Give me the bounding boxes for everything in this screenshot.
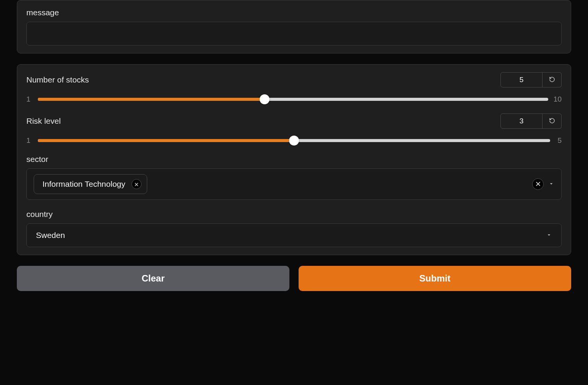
stocks-reset-button[interactable]: [543, 72, 562, 87]
country-value: Sweden: [36, 231, 65, 240]
risk-value-input[interactable]: [500, 113, 543, 129]
submit-button[interactable]: Submit: [299, 266, 571, 291]
country-select[interactable]: Sweden: [26, 223, 562, 247]
stocks-label: Number of stocks: [26, 75, 89, 84]
sector-label: sector: [26, 155, 562, 164]
reset-icon: [549, 76, 555, 84]
button-row: Clear Submit: [17, 266, 571, 291]
message-panel: message: [17, 0, 571, 53]
close-icon: [535, 180, 541, 189]
close-icon: [134, 180, 139, 189]
message-input[interactable]: [26, 22, 562, 45]
country-dropdown-toggle[interactable]: [546, 231, 552, 240]
risk-thumb[interactable]: [289, 136, 299, 146]
risk-slider[interactable]: [38, 139, 550, 142]
risk-track-fill: [38, 139, 294, 142]
stocks-min: 1: [26, 95, 32, 104]
risk-min: 1: [26, 136, 32, 145]
stocks-value-input[interactable]: [500, 72, 543, 87]
risk-max: 5: [556, 136, 562, 145]
stocks-max: 10: [554, 95, 562, 104]
risk-reset-button[interactable]: [543, 113, 562, 129]
sector-chip-label: Information Technology: [42, 180, 125, 189]
country-label: country: [26, 210, 562, 219]
sector-chips: Information Technology: [34, 174, 147, 194]
chevron-down-icon: [548, 180, 554, 189]
stocks-slider[interactable]: [38, 98, 548, 101]
reset-icon: [549, 117, 555, 126]
stocks-thumb[interactable]: [260, 94, 270, 104]
stocks-track-fill: [38, 98, 265, 101]
sector-chip-remove[interactable]: [132, 179, 141, 189]
stocks-slider-block: Number of stocks 1 10: [26, 72, 562, 104]
sector-select[interactable]: Information Technology: [26, 168, 562, 200]
sector-chip: Information Technology: [34, 174, 147, 194]
risk-label: Risk level: [26, 116, 61, 126]
controls-panel: Number of stocks 1 10 Risk level: [17, 64, 571, 255]
sector-dropdown-toggle[interactable]: [548, 180, 554, 189]
clear-button[interactable]: Clear: [17, 266, 289, 291]
sector-field: sector Information Technology: [26, 155, 562, 200]
chevron-down-icon: [546, 231, 552, 240]
sector-clear-all[interactable]: [532, 178, 544, 190]
country-field: country Sweden: [26, 210, 562, 247]
message-label: message: [26, 8, 562, 17]
risk-slider-block: Risk level 1 5: [26, 113, 562, 145]
